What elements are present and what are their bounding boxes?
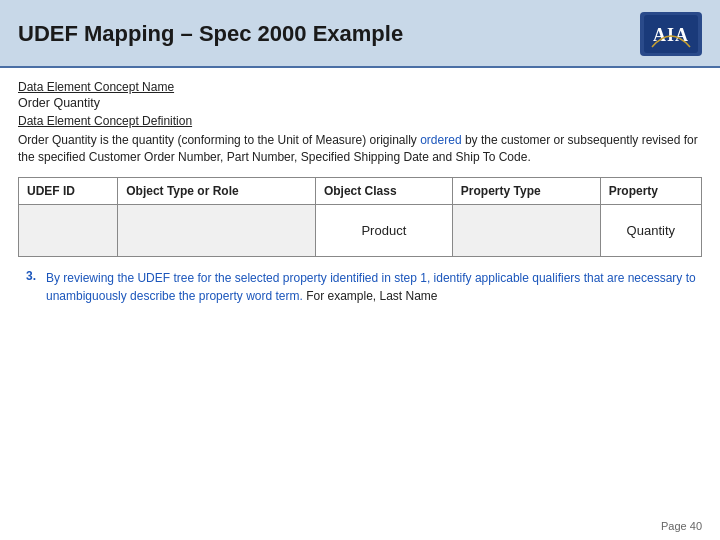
header: UDEF Mapping – Spec 2000 Example AIA (0, 0, 720, 68)
definition-highlight1: ordered (420, 133, 461, 147)
col-object-type: Object Type or Role (118, 177, 316, 204)
aia-logo: AIA (640, 12, 702, 56)
step3-number: 3. (26, 269, 36, 283)
col-property: Property (600, 177, 701, 204)
svg-text:AIA: AIA (653, 25, 689, 45)
definition-text: Order Quantity is the quantity (conformi… (18, 132, 702, 167)
step3-container: 3. By reviewing the UDEF tree for the se… (18, 269, 702, 305)
cell-object-type (118, 204, 316, 256)
slide: UDEF Mapping – Spec 2000 Example AIA Dat… (0, 0, 720, 540)
cell-udef-id (19, 204, 118, 256)
value-concept-name: Order Quantity (18, 96, 702, 110)
cell-property: Quantity (600, 204, 701, 256)
definition-part1: Order Quantity is the quantity (conformi… (18, 133, 420, 147)
table-row: Product Quantity (19, 204, 702, 256)
table-header-row: UDEF ID Object Type or Role Object Class… (19, 177, 702, 204)
slide-title: UDEF Mapping – Spec 2000 Example (18, 21, 403, 47)
cell-object-class: Product (315, 204, 452, 256)
label-concept-definition: Data Element Concept Definition (18, 114, 702, 128)
cell-property-type (452, 204, 600, 256)
col-udef-id: UDEF ID (19, 177, 118, 204)
col-property-type: Property Type (452, 177, 600, 204)
step3-text-normal: For example, Last Name (303, 289, 438, 303)
udef-table: UDEF ID Object Type or Role Object Class… (18, 177, 702, 257)
col-object-class: Object Class (315, 177, 452, 204)
page-number: Page 40 (661, 520, 702, 532)
main-content: Data Element Concept Name Order Quantity… (0, 68, 720, 313)
step3-text: By reviewing the UDEF tree for the selec… (42, 269, 702, 305)
label-concept-name: Data Element Concept Name (18, 80, 702, 94)
